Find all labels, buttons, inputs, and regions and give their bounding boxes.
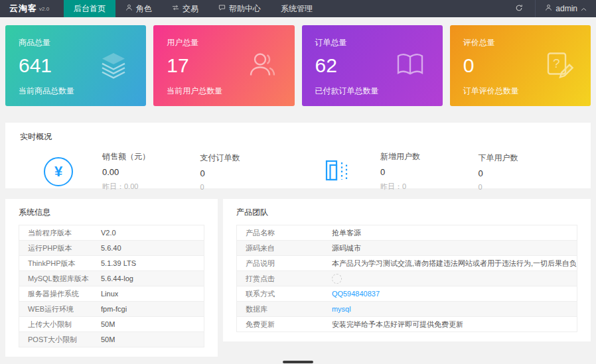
overview-group-sales: ¥ 销售额（元） 0.00 昨日：0.00 支付订单数 0 0 — [20, 151, 298, 192]
stat-card-orders[interactable]: 订单总量 62 已付款订单总数量 — [302, 25, 443, 106]
building-icon — [322, 156, 351, 187]
row-label: 打赏点击 — [246, 274, 332, 284]
metric-paid-orders: 支付订单数 0 0 — [200, 152, 299, 191]
row-label: 当前程序版本 — [28, 228, 101, 238]
row-value: 5.6.44-log — [101, 274, 133, 282]
metric-new-users: 新增用户数 0 昨日：0 — [380, 151, 479, 192]
nav-item-label: 后台首页 — [74, 3, 106, 15]
stat-card-subtitle: 已付款订单总数量 — [315, 86, 429, 97]
row-label: 产品说明 — [246, 259, 332, 269]
metric-yesterday: 0 — [200, 183, 299, 191]
stat-card-reviews[interactable]: 评价总量 0 订单评价总数量 ? — [450, 25, 591, 106]
table-row: 上传大小限制 50M — [19, 317, 204, 332]
book-icon — [394, 49, 427, 83]
table-row: WEB运行环境 fpm-fcgi — [19, 302, 204, 317]
metric-label: 销售额（元） — [102, 151, 200, 162]
row-label: 服务器操作系统 — [28, 289, 101, 299]
table-row: 源码来自 源码城市 — [237, 241, 577, 256]
row-value: 安装完毕给予本店好评即可提供免费更新 — [332, 320, 463, 330]
realtime-overview-panel: 实时概况 ¥ 销售额（元） 0.00 昨日：0.00 支付订单数 0 0 新增用… — [5, 123, 591, 188]
metric-value: 0 — [380, 167, 479, 177]
row-value[interactable]: mysql — [332, 305, 351, 313]
row-label: 运行PHP版本 — [28, 243, 101, 253]
nav-item-label: 系统管理 — [281, 3, 313, 15]
stat-card-title: 评价总量 — [463, 37, 577, 48]
metric-label: 下单用户数 — [479, 152, 577, 164]
table-row: 运行PHP版本 5.6.40 — [19, 241, 204, 256]
layers-icon — [97, 49, 130, 83]
row-label: 上传大小限制 — [28, 320, 101, 330]
nav-item-roles[interactable]: 角色 — [115, 0, 162, 17]
nav-item-system-admin[interactable]: 系统管理 — [271, 0, 323, 17]
nav-item-label: 帮助中心 — [229, 3, 261, 15]
table-row: 产品说明 本产品只为学习测试交流,请勿搭建违法网站或者用于违法行为,一切后果自负 — [237, 256, 577, 271]
stat-card-subtitle: 订单评价总数量 — [463, 86, 577, 97]
nav-item-home[interactable]: 后台首页 — [64, 0, 115, 17]
refresh-icon — [515, 4, 523, 14]
row-value: 抢单客源 — [332, 228, 361, 238]
chat-icon — [218, 4, 226, 13]
stat-cards-row: 商品总量 641 当前商品总数量 用户总量 17 当前用户总数量 订单总量 62… — [0, 17, 596, 106]
row-value: V2.0 — [101, 229, 116, 237]
chevron-up-icon — [581, 4, 587, 13]
svg-text:?: ? — [553, 56, 560, 70]
row-label: 免费更新 — [246, 320, 332, 330]
nav-item-label: 交易 — [183, 3, 198, 15]
metric-label: 支付订单数 — [200, 152, 299, 164]
user-icon — [125, 4, 133, 13]
system-info-table: 当前程序版本 V2.0 运行PHP版本 5.6.40 ThinkPHP版本 5.… — [19, 225, 204, 347]
row-value: 本产品只为学习测试交流,请勿搭建违法网站或者用于违法行为,一切后果自负 — [332, 259, 577, 269]
row-value: 50M — [101, 320, 115, 328]
metric-yesterday: 昨日：0.00 — [102, 182, 200, 192]
row-label: 源码来自 — [246, 243, 332, 253]
row-label: 联系方式 — [246, 289, 332, 299]
table-row: 打赏点击 — [237, 271, 577, 286]
metric-label: 新增用户数 — [380, 151, 479, 162]
review-icon: ? — [542, 49, 575, 83]
nav-item-label: 角色 — [136, 3, 152, 15]
row-value: 5.1.39 LTS — [101, 259, 136, 267]
metric-yesterday: 0 — [479, 183, 577, 191]
stat-card-title: 商品总量 — [19, 37, 133, 48]
row-value: 5.6.40 — [101, 244, 121, 252]
refresh-button[interactable] — [503, 0, 535, 17]
user-menu[interactable]: admin — [535, 0, 596, 17]
row-label: POST大小限制 — [28, 335, 101, 345]
row-value — [332, 274, 342, 284]
row-label: MySQL数据库版本 — [28, 274, 101, 284]
overview-body: ¥ 销售额（元） 0.00 昨日：0.00 支付订单数 0 0 新增用户数 0 … — [20, 151, 576, 192]
product-team-title: 产品团队 — [236, 207, 577, 218]
navbar-right: admin — [503, 0, 596, 17]
metric-sales: 销售额（元） 0.00 昨日：0.00 — [102, 151, 200, 192]
stat-card-title: 订单总量 — [315, 37, 429, 48]
row-value: 50M — [101, 335, 115, 343]
app-logo[interactable]: 云淘客v2.0 — [0, 0, 64, 17]
nav-item-trade[interactable]: 交易 — [162, 0, 208, 17]
metric-value: 0 — [479, 168, 577, 178]
user-name: admin — [556, 4, 577, 13]
row-label: 产品名称 — [246, 228, 332, 238]
product-team-panel: 产品团队 产品名称 抢单客源 源码来自 源码城市 产品说明 本产品只为学习测试交… — [223, 199, 591, 341]
row-value[interactable]: QQ594840837 — [332, 290, 380, 298]
stat-card-products[interactable]: 商品总量 641 当前商品总数量 — [5, 25, 146, 106]
exchange-icon — [172, 4, 179, 13]
row-value: Linux — [101, 290, 118, 298]
stat-card-users[interactable]: 用户总量 17 当前用户总数量 — [153, 25, 294, 106]
table-row: 联系方式 QQ594840837 — [237, 286, 577, 302]
product-team-table: 产品名称 抢单客源 源码来自 源码城市 产品说明 本产品只为学习测试交流,请勿搭… — [236, 225, 577, 332]
row-value: 源码城市 — [332, 243, 361, 253]
user-avatar-icon — [545, 4, 552, 13]
row-value: fpm-fcgi — [101, 305, 127, 313]
yen-icon: ¥ — [44, 157, 73, 186]
table-row: MySQL数据库版本 5.6.44-log — [19, 271, 204, 286]
stat-card-subtitle: 当前用户总数量 — [167, 86, 281, 97]
nav-item-help-center[interactable]: 帮助中心 — [208, 0, 271, 17]
table-row: 数据库 mysql — [237, 302, 577, 317]
stat-card-title: 用户总量 — [167, 37, 281, 48]
metric-value: 0 — [200, 168, 299, 178]
overview-title: 实时概况 — [20, 131, 576, 143]
footer-bar — [283, 361, 313, 363]
table-row: 当前程序版本 V2.0 — [19, 225, 204, 241]
top-navbar: 云淘客v2.0 后台首页 角色 交易 帮助中心 系统管理 admin — [0, 0, 596, 17]
row-label: 数据库 — [246, 304, 332, 314]
